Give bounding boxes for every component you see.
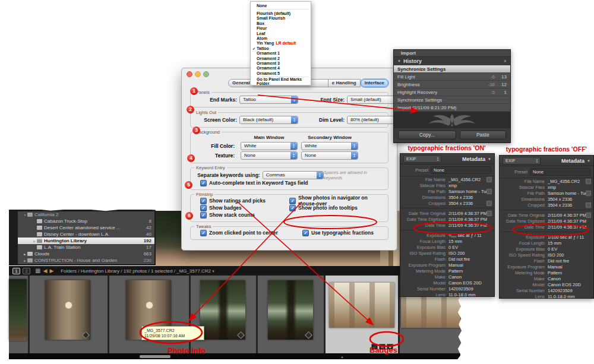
disclosure-triangle-icon[interactable]: ▶ <box>32 239 37 243</box>
texture-main-dropdown[interactable]: None▲▼ <box>241 151 298 160</box>
checkbox[interactable]: ✓ <box>289 205 296 211</box>
menu-item[interactable]: Atom <box>251 36 311 40</box>
metadata-view-selector[interactable]: EXIF▲▼ <box>503 157 541 164</box>
filmstrip-scrollbar[interactable] <box>140 355 170 358</box>
folder-row[interactable]: Disney Center - downtown L.A. 40 <box>18 231 154 238</box>
preset-dropdown[interactable]: None <box>431 166 491 174</box>
metadata-action-icon[interactable] <box>586 213 591 218</box>
folder-row[interactable]: ▶ CONSTRUCTION - House and Garden 230 <box>18 257 154 264</box>
menu-item[interactable]: Box <box>251 21 311 26</box>
preferences-tab[interactable]: Interface <box>361 79 388 87</box>
fill-color-main-dropdown[interactable]: White▲▼ <box>241 142 298 150</box>
folder-row[interactable]: L.A. Train Station 17 <box>18 244 154 251</box>
screen-color-dropdown[interactable]: Black (default)▲▼ <box>239 116 298 124</box>
metadata-action-icon[interactable] <box>486 189 492 194</box>
thumbnail-cell[interactable] <box>9 276 30 353</box>
metadata-action-icon[interactable] <box>586 179 591 184</box>
separate-keywords-dropdown[interactable]: Commas▲▼ <box>263 171 324 179</box>
badge-icon[interactable] <box>305 331 312 339</box>
badge-icon[interactable] <box>82 331 90 339</box>
fill-color-secondary-dropdown[interactable]: White▲▼ <box>301 142 358 150</box>
selected-thumbnail[interactable] <box>329 283 394 328</box>
collapse-triangle-icon[interactable]: ▼ <box>587 159 590 163</box>
preferences-tab[interactable]: e Handling <box>328 79 361 87</box>
thumbnail[interactable] <box>200 280 245 340</box>
thumbnail-cell[interactable] <box>30 276 109 353</box>
history-step[interactable]: Synchronize Settings <box>394 65 510 73</box>
filmstrip-show-handle[interactable]: ▲ <box>340 355 344 359</box>
menu-item[interactable]: Ornament 3 <box>251 61 311 65</box>
menu-item[interactable]: Ornament 2 <box>251 56 311 61</box>
menu-item[interactable]: Small Flourish <box>251 16 311 21</box>
texture-secondary-dropdown[interactable]: None▲▼ <box>301 151 358 160</box>
metadata-action-icon[interactable] <box>486 177 492 182</box>
thumbnail-cell[interactable] <box>191 276 258 353</box>
checkbox[interactable]: ✓ <box>200 198 207 204</box>
checkbox[interactable]: ✓ <box>289 198 296 204</box>
breadcrumb[interactable]: Folders / Huntington Library / 192 photo… <box>61 268 214 274</box>
primary-monitor-button[interactable]: 1 <box>12 268 20 274</box>
folder-row[interactable]: ▶ Clouds 663 <box>18 251 154 257</box>
grid-view-icon[interactable]: ▦ <box>35 268 40 274</box>
history-step[interactable]: Synchronize Settings <box>394 96 510 104</box>
history-header[interactable]: ▼ History × <box>394 57 510 65</box>
history-step[interactable]: Import (2/11/09 8:21:20 PM) <box>394 104 510 112</box>
metadata-view-selector[interactable]: EXIF▲▼ <box>403 155 441 163</box>
checkbox[interactable]: ✓ <box>200 180 207 186</box>
history-step[interactable]: Highlight Recovery -5 1 <box>394 88 510 96</box>
metadata-row: Date Time Original 2/11/09 4:36:37 PM <box>500 212 593 218</box>
menu-item[interactable]: Ornament 4 <box>251 66 311 71</box>
checkbox[interactable]: ✓ <box>200 212 207 219</box>
clear-history-icon[interactable]: × <box>504 58 507 64</box>
menu-item[interactable]: Flourish (default) <box>251 11 311 15</box>
thumbnail-cell[interactable] <box>258 276 326 353</box>
menu-item[interactable]: Ornament 1 <box>251 51 311 56</box>
checkbox[interactable]: ✓ <box>302 230 309 236</box>
metadata-action-icon[interactable] <box>586 191 591 196</box>
menu-item[interactable]: Leaf <box>251 31 311 36</box>
menu-item[interactable]: Go to Panel End Marks Folder <box>251 78 311 83</box>
arrow-left-icon[interactable]: ◀ <box>43 268 47 274</box>
checkbox[interactable]: ✓ <box>200 230 207 236</box>
history-step[interactable]: Brightness -38 12 <box>394 81 510 88</box>
preset-dropdown[interactable]: None <box>530 168 590 176</box>
copy-button[interactable]: Copy... <box>398 131 456 140</box>
thumbnail[interactable] <box>268 280 313 340</box>
menu-item[interactable]: Ornament 5 <box>251 71 311 75</box>
menu-item[interactable]: None <box>251 3 311 8</box>
arrow-right-icon[interactable]: ▶ <box>49 268 53 274</box>
folder-row[interactable]: Desert Center abandoned service ... 42 <box>18 224 154 231</box>
metadata-action-icon[interactable] <box>486 201 492 206</box>
metadata-value: 2/11/09 4:36:37 PM <box>448 223 492 228</box>
minimize-window-icon[interactable] <box>195 71 201 77</box>
thumbnail[interactable] <box>45 280 90 340</box>
thumbnail-cell[interactable] <box>109 276 191 353</box>
disclosure-triangle-icon[interactable]: ▶ <box>23 252 27 256</box>
disclosure-triangle-icon[interactable]: ▶ <box>23 259 27 262</box>
secondary-monitor-button[interactable]: 2 <box>23 268 30 274</box>
zoom-window-icon[interactable] <box>203 71 209 77</box>
collapse-triangle-icon[interactable]: ▼ <box>488 157 491 161</box>
end-marks-dropdown[interactable]: Tattoo▲▼ <box>239 96 298 104</box>
menu-item[interactable]: Yin Yang LR default <box>251 41 311 46</box>
metadata-action-icon[interactable] <box>586 202 591 208</box>
thumbnail[interactable] <box>9 279 27 341</box>
selected-thumbnail-cell[interactable]: ◇ ⊞ ◆ <box>326 276 400 353</box>
badge-icon[interactable] <box>237 331 245 339</box>
folder-row[interactable]: ▶ Huntington Library 192 <box>18 238 154 244</box>
metadata-label: Focal Length <box>403 239 448 244</box>
metadata-row: Sidecar Files xmp <box>500 184 593 190</box>
close-window-icon[interactable] <box>187 71 192 77</box>
menu-item[interactable]: ✓ Tattoo <box>251 46 311 50</box>
menu-item[interactable]: Fleur <box>251 26 311 31</box>
metadata-action-icon[interactable] <box>486 211 492 216</box>
paste-button[interactable]: Paste <box>460 131 506 140</box>
folder-row[interactable]: Cabazon Truck-Stop 8 <box>18 218 154 224</box>
folder-row[interactable]: ▼ California 2 <box>18 211 154 218</box>
disclosure-triangle-icon[interactable]: ▼ <box>23 213 27 217</box>
history-step[interactable]: Fill Light -6 13 <box>394 73 510 81</box>
tooltip-filename: _MG_3577.CR2 <box>144 328 201 333</box>
import-panel-header[interactable]: Import <box>394 50 510 57</box>
checkbox[interactable]: ✓ <box>200 205 207 211</box>
collapse-triangle-icon[interactable]: ▼ <box>397 59 401 63</box>
